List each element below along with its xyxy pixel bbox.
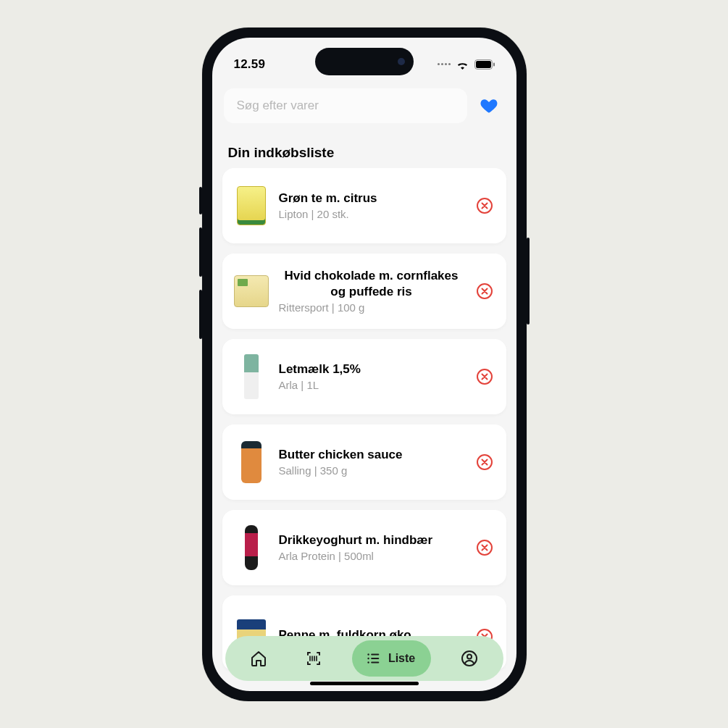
product-title: Grøn te m. citrus [279, 191, 464, 206]
nav-scan[interactable] [297, 642, 330, 675]
product-subtitle: Lipton | 20 stk. [279, 208, 464, 220]
remove-button[interactable] [474, 367, 495, 387]
close-circle-icon [476, 368, 493, 385]
nav-home[interactable] [242, 642, 275, 675]
section-title: Din indkøbsliste [212, 130, 516, 168]
product-title: Butter chicken sauce [279, 447, 464, 462]
favorites-button[interactable] [473, 90, 505, 122]
user-icon [461, 650, 478, 667]
svg-rect-2 [493, 62, 495, 66]
svg-point-11 [367, 661, 369, 663]
scan-icon [305, 650, 322, 667]
search-input[interactable]: Søg efter varer [224, 88, 467, 123]
nav-profile[interactable] [453, 642, 486, 675]
product-title: Drikkeyoghurt m. hindbær [279, 532, 464, 548]
status-time: 12.59 [234, 57, 266, 72]
svg-point-16 [467, 654, 472, 658]
product-image [234, 524, 269, 572]
svg-point-10 [367, 657, 369, 658]
product-title: Letmælk 1,5% [279, 361, 464, 377]
svg-point-9 [367, 653, 369, 655]
list-item[interactable]: Drikkeyoghurt m. hindbær Arla Protein | … [222, 510, 506, 585]
product-image [234, 438, 269, 486]
search-placeholder: Søg efter varer [237, 99, 319, 113]
list-item[interactable]: Letmælk 1,5% Arla | 1L [222, 339, 506, 414]
phone-frame: 12.59 Søg efter varer Din indk [202, 28, 527, 701]
remove-button[interactable] [474, 281, 495, 301]
list-item[interactable]: Hvid chokolade m. cornflakes og puffede … [222, 254, 506, 329]
heart-icon [480, 96, 498, 115]
wifi-icon [456, 59, 469, 70]
close-circle-icon [476, 283, 493, 300]
close-circle-icon [476, 539, 493, 556]
remove-button[interactable] [474, 537, 495, 558]
product-subtitle: Rittersport | 100 g [279, 301, 464, 314]
shopping-list[interactable]: Grøn te m. citrus Lipton | 20 stk. Hvid … [212, 168, 516, 691]
battery-icon [474, 59, 495, 70]
remove-button[interactable] [474, 452, 495, 472]
product-title: Hvid chokolade m. cornflakes og puffede … [279, 268, 464, 299]
remove-button[interactable] [474, 196, 495, 216]
dynamic-island [315, 48, 414, 75]
svg-rect-1 [476, 61, 491, 68]
product-image [234, 267, 269, 315]
product-subtitle: Arla | 1L [279, 379, 464, 391]
nav-list-label: Liste [388, 652, 415, 665]
product-image [234, 353, 269, 401]
list-item[interactable]: Grøn te m. citrus Lipton | 20 stk. [222, 168, 506, 243]
close-circle-icon [476, 453, 493, 471]
screen: 12.59 Søg efter varer Din indk [212, 38, 516, 691]
list-icon [365, 650, 381, 666]
bottom-nav: Liste [225, 636, 503, 681]
product-subtitle: Salling | 350 g [279, 464, 464, 477]
product-subtitle: Arla Protein | 500ml [279, 550, 464, 562]
cellular-icon [438, 63, 451, 65]
nav-list-active[interactable]: Liste [352, 640, 431, 677]
product-image [234, 182, 269, 230]
close-circle-icon [476, 197, 493, 214]
list-item[interactable]: Butter chicken sauce Salling | 350 g [222, 424, 506, 500]
home-icon [250, 650, 267, 667]
